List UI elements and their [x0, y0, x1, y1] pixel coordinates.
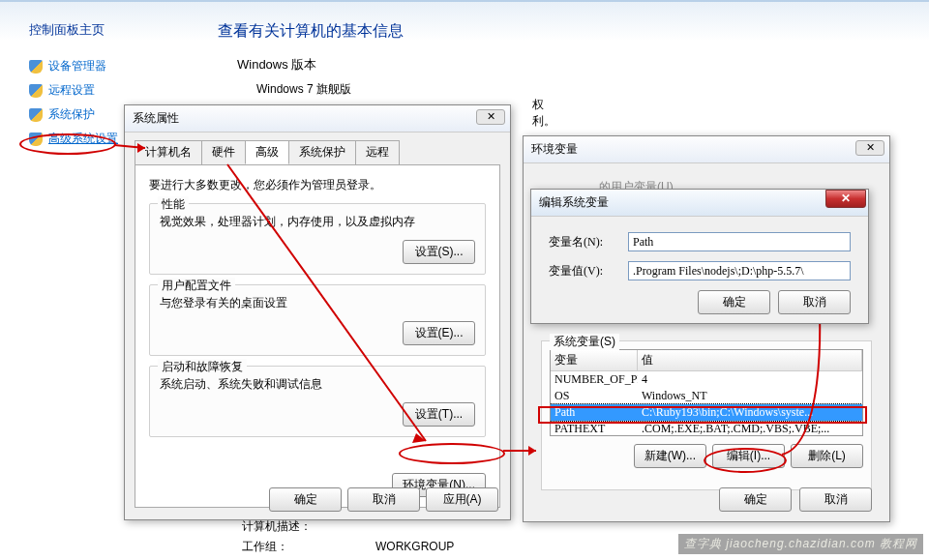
tab-body: 要进行大多数更改，您必须作为管理员登录。 性能 视觉效果，处理器计划，内存使用，…	[135, 164, 500, 508]
startup-group: 启动和故障恢复 系统启动、系统失败和调试信息 设置(T)...	[149, 366, 486, 437]
sidebar-item-device-manager[interactable]: 设备管理器	[29, 58, 203, 74]
table-row[interactable]: OSWindows_NT	[551, 388, 862, 404]
perf-settings-button[interactable]: 设置(S)...	[403, 240, 475, 264]
tabstrip: 计算机名 硬件 高级 系统保护 远程	[135, 140, 510, 164]
ok-button[interactable]: 确定	[269, 487, 342, 512]
shield-icon	[29, 60, 43, 74]
var-value-label: 变量值(V):	[549, 263, 628, 280]
userprofile-group: 用户配置文件 与您登录有关的桌面设置 设置(E)...	[149, 284, 486, 356]
table-row-path[interactable]: PathC:\Ruby193\bin;C:\Windows\syste...	[551, 404, 862, 421]
dialog-title: 编辑系统变量	[539, 194, 609, 211]
startup-settings-button[interactable]: 设置(T)...	[403, 402, 475, 427]
user-settings-button[interactable]: 设置(E)...	[403, 321, 475, 345]
edit-variable-dialog: 编辑系统变量 ✕ 变量名(N): 变量值(V): 确定 取消	[530, 189, 869, 324]
perf-group: 性能 视觉效果，处理器计划，内存使用，以及虚拟内存 设置(S)...	[149, 203, 486, 275]
cancel-button[interactable]: 取消	[799, 487, 872, 512]
new-button[interactable]: 新建(W)...	[634, 444, 706, 468]
delete-button[interactable]: 删除(L)	[791, 444, 863, 468]
system-vars-table[interactable]: 变量 值 NUMBER_OF_PR...4 OSWindows_NT PathC…	[550, 349, 863, 436]
env-footer: 确定 取消	[719, 487, 872, 512]
table-header: 变量 值	[551, 350, 862, 371]
editvar-body: 变量名(N): 变量值(V): 确定 取消	[531, 217, 868, 330]
edit-button[interactable]: 编辑(I)...	[712, 444, 785, 468]
system-vars-title: 系统变量(S)	[550, 334, 619, 350]
cancel-button[interactable]: 取消	[778, 290, 851, 314]
main-area: 查看有关计算机的基本信息 Windows 版本 Windows 7 旗舰版 权利…	[218, 21, 404, 98]
edition-label: Windows 版本	[218, 56, 404, 74]
edition-value: Windows 7 旗舰版	[218, 81, 404, 98]
shield-icon	[29, 108, 43, 122]
dialog-title: 环境变量	[531, 141, 578, 158]
sys-var-buttons: 新建(W)... 编辑(I)... 删除(L)	[550, 444, 863, 468]
tab-advanced[interactable]: 高级	[245, 140, 289, 164]
dialog-title: 系统属性	[133, 110, 179, 127]
tab-computer-name[interactable]: 计算机名	[135, 140, 202, 164]
close-icon[interactable]: ✕	[855, 140, 884, 156]
titlebar[interactable]: 环境变量 ✕	[524, 136, 889, 163]
system-vars-group: 系统变量(S) 变量 值 NUMBER_OF_PR...4 OSWindows_…	[541, 340, 872, 490]
tab-protection[interactable]: 系统保护	[288, 140, 356, 164]
sidebar-title: 控制面板主页	[29, 21, 203, 39]
var-name-label: 变量名(N):	[549, 234, 628, 251]
titlebar[interactable]: 系统属性 ✕	[125, 105, 510, 133]
admin-note: 要进行大多数更改，您必须作为管理员登录。	[149, 177, 486, 193]
watermark: 查字典 jiaocheng.chazidian.com 教程网	[678, 534, 923, 554]
shield-icon	[29, 84, 43, 98]
cancel-button[interactable]: 取消	[347, 487, 420, 512]
ok-button[interactable]: 确定	[698, 290, 770, 314]
shield-icon	[29, 133, 43, 146]
titlebar[interactable]: 编辑系统变量 ✕	[531, 190, 868, 217]
var-value-input[interactable]	[628, 261, 851, 280]
var-name-input[interactable]	[628, 232, 851, 251]
tab-hardware[interactable]: 硬件	[201, 140, 246, 164]
table-row[interactable]: NUMBER_OF_PR...4	[551, 371, 862, 388]
page-title: 查看有关计算机的基本信息	[218, 21, 404, 42]
apply-button[interactable]: 应用(A)	[426, 487, 498, 512]
close-icon[interactable]: ✕	[825, 190, 866, 208]
sidebar-item-remote[interactable]: 远程设置	[29, 82, 203, 99]
dialog-buttons: 确定 取消 应用(A)	[269, 487, 498, 512]
close-icon[interactable]: ✕	[476, 109, 505, 125]
tab-remote[interactable]: 远程	[355, 140, 400, 164]
bottom-info: 计算机描述： 工作组：WORKGROUP	[242, 518, 454, 555]
copyright-tail: 权利。	[532, 97, 555, 130]
ok-button[interactable]: 确定	[719, 487, 792, 512]
table-row[interactable]: PATHEXT.COM;.EXE;.BAT;.CMD;.VBS;.VBE;...	[551, 421, 862, 436]
system-properties-dialog: 系统属性 ✕ 计算机名 硬件 高级 系统保护 远程 要进行大多数更改，您必须作为…	[124, 104, 511, 520]
